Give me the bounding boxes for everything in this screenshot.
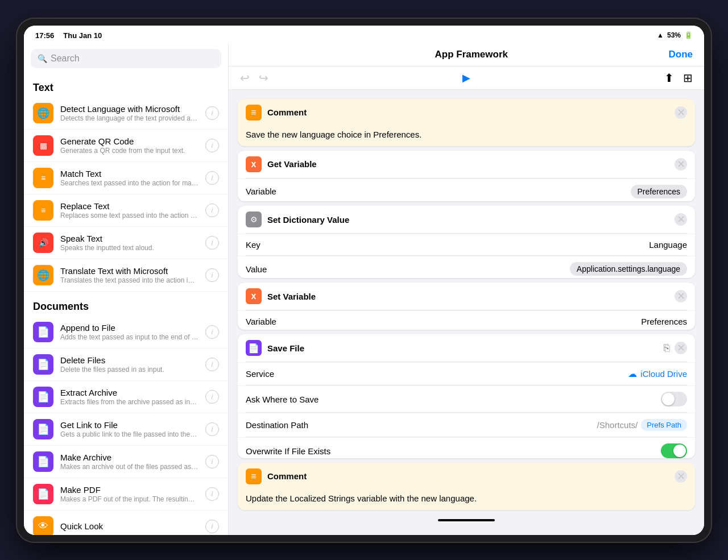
row-label: Ask Where to Save xyxy=(246,395,318,404)
qr-icon: ▦ xyxy=(33,135,53,156)
action-text: Delete Files Delete the files passed in … xyxy=(60,355,198,374)
action-text: Detect Language with Microsoft Detects t… xyxy=(60,104,198,122)
undo-button[interactable]: ↩ xyxy=(240,71,250,85)
section-text-header: Text xyxy=(24,73,228,97)
play-button[interactable]: ▶ xyxy=(462,72,470,84)
action-match-text[interactable]: ≡ Match Text Searches text passed into t… xyxy=(24,162,228,194)
search-container: 🔍 Search xyxy=(24,43,228,73)
actions-list[interactable]: Text 🌐 Detect Language with Microsoft De… xyxy=(24,73,228,535)
action-get-link-file[interactable]: 📄 Get Link to File Gets a public link to… xyxy=(24,413,228,446)
action-text: Append to File Adds the text passed as i… xyxy=(60,323,198,341)
top-bar: App Framework Done xyxy=(229,43,704,67)
card-title: Comment xyxy=(267,471,669,481)
info-button[interactable]: i xyxy=(205,520,219,533)
redo-button[interactable]: ↪ xyxy=(259,71,268,85)
service-row: Service ☁ iCloud Drive xyxy=(238,362,695,385)
card-header: ⚙ Set Dictionary Value ✕ xyxy=(238,206,695,233)
info-button[interactable]: i xyxy=(205,204,219,217)
variable-value[interactable]: Preferences xyxy=(631,185,687,198)
extract-archive-icon: 📄 xyxy=(33,387,53,407)
card-close-button[interactable]: ✕ xyxy=(675,106,687,119)
workflow-title[interactable]: App Framework xyxy=(274,49,669,60)
get-variable-icon: x xyxy=(246,156,262,172)
search-input[interactable]: Search xyxy=(51,53,80,64)
card-close-button[interactable]: ✕ xyxy=(675,342,687,354)
overwrite-toggle[interactable] xyxy=(661,443,687,458)
done-button[interactable]: Done xyxy=(669,49,693,60)
action-desc: Generates a QR code from the input text. xyxy=(60,147,198,155)
icloud-icon: ☁ xyxy=(628,368,637,379)
info-button[interactable]: i xyxy=(205,325,219,339)
value-badge[interactable]: Application.settings.language xyxy=(570,262,687,276)
search-box[interactable]: 🔍 Search xyxy=(31,49,221,68)
section-documents-header: Documents xyxy=(24,292,228,316)
info-button[interactable]: i xyxy=(205,106,219,120)
action-quick-look[interactable]: 👁 Quick Look i xyxy=(24,511,228,535)
info-button[interactable]: i xyxy=(205,455,219,468)
share-button[interactable]: ⬆ xyxy=(664,71,674,85)
action-make-archive[interactable]: 📄 Make Archive Makes an archive out of t… xyxy=(24,446,228,478)
action-extract-archive[interactable]: 📄 Extract Archive Extracts files from th… xyxy=(24,381,228,413)
set-variable-icon: x xyxy=(246,288,262,304)
action-text: Get Link to File Gets a public link to t… xyxy=(60,420,198,438)
comment-card-1: ≡ Comment ✕ Save the new language choice… xyxy=(238,99,695,146)
card-close-button[interactable]: ✕ xyxy=(675,213,687,226)
append-file-icon: 📄 xyxy=(33,322,53,342)
status-bar: 17:56 Thu Jan 10 ▲ 53% 🔋 xyxy=(24,26,704,43)
info-button[interactable]: i xyxy=(205,236,219,250)
card-close-button[interactable]: ✕ xyxy=(675,290,687,302)
action-title: Speak Text xyxy=(60,234,198,243)
dest-pill[interactable]: Prefs Path xyxy=(641,419,687,431)
action-delete-files[interactable]: 📄 Delete Files Delete the files passed i… xyxy=(24,349,228,381)
save-file-card: 📄 Save File ⎘ ✕ Service ☁ xyxy=(238,334,695,458)
action-title: Detect Language with Microsoft xyxy=(60,104,198,114)
info-button[interactable]: i xyxy=(205,487,219,501)
set-variable-card: x Set Variable ✕ Variable Preferences xyxy=(238,283,695,330)
card-header: x Set Variable ✕ xyxy=(238,283,695,310)
device-frame: 17:56 Thu Jan 10 ▲ 53% 🔋 🔍 Search xyxy=(17,19,711,542)
settings-button[interactable]: ⊞ xyxy=(683,71,693,85)
status-date: Thu Jan 10 xyxy=(63,31,102,40)
service-value[interactable]: ☁ iCloud Drive xyxy=(628,368,687,379)
row-label: Value xyxy=(246,264,267,274)
action-title: Generate QR Code xyxy=(60,136,198,146)
status-time: 17:56 xyxy=(35,31,54,40)
key-row: Key Language xyxy=(238,234,695,255)
variable-value: Preferences xyxy=(641,317,687,326)
info-button[interactable]: i xyxy=(205,139,219,152)
row-label: Variable xyxy=(246,317,276,326)
action-make-pdf[interactable]: 📄 Make PDF Makes a PDF out of the input.… xyxy=(24,478,228,511)
action-desc: Detects the language of the text provide… xyxy=(60,114,198,122)
info-button[interactable]: i xyxy=(205,268,219,282)
row-label: Destination Path xyxy=(246,420,308,430)
action-append-to-file[interactable]: 📄 Append to File Adds the text passed as… xyxy=(24,316,228,349)
set-dictionary-card: ⚙ Set Dictionary Value ✕ Key Language Va… xyxy=(238,206,695,278)
action-text: Generate QR Code Generates a QR code fro… xyxy=(60,136,198,155)
quick-look-icon: 👁 xyxy=(33,516,53,535)
action-replace-text[interactable]: ≡ Replace Text Replaces some text passed… xyxy=(24,194,228,227)
card-close-button[interactable]: ✕ xyxy=(675,470,687,483)
action-text: Make PDF Makes a PDF out of the input. T… xyxy=(60,485,198,503)
save-file-icon: 📄 xyxy=(246,340,262,356)
row-label: Overwrite If File Exists xyxy=(246,446,330,456)
action-translate-text[interactable]: 🌐 Translate Text with Microsoft Translat… xyxy=(24,259,228,292)
info-button[interactable]: i xyxy=(205,390,219,404)
action-title: Get Link to File xyxy=(60,420,198,430)
action-detect-language[interactable]: 🌐 Detect Language with Microsoft Detects… xyxy=(24,97,228,130)
action-title: Replace Text xyxy=(60,201,198,211)
action-text: Extract Archive Extracts files from the … xyxy=(60,388,198,406)
main-content: 🔍 Search Text 🌐 Detect Language with Mic… xyxy=(24,43,704,535)
action-speak-text[interactable]: 🔊 Speak Text Speaks the inputted text al… xyxy=(24,227,228,259)
info-button[interactable]: i xyxy=(205,422,219,436)
action-text: Speak Text Speaks the inputted text alou… xyxy=(60,234,198,252)
action-generate-qr[interactable]: ▦ Generate QR Code Generates a QR code f… xyxy=(24,130,228,162)
copy-button[interactable]: ⎘ xyxy=(664,342,670,354)
info-button[interactable]: i xyxy=(205,171,219,185)
info-button[interactable]: i xyxy=(205,358,219,371)
ask-where-row: Ask Where to Save xyxy=(238,385,695,412)
ask-where-toggle[interactable] xyxy=(661,392,687,406)
workflow-canvas[interactable]: ≡ Comment ✕ Save the new language choice… xyxy=(229,90,704,535)
battery-percent: 53% xyxy=(667,31,681,39)
card-body: Update the Localized Strings variable wi… xyxy=(238,490,695,510)
card-close-button[interactable]: ✕ xyxy=(675,158,687,171)
